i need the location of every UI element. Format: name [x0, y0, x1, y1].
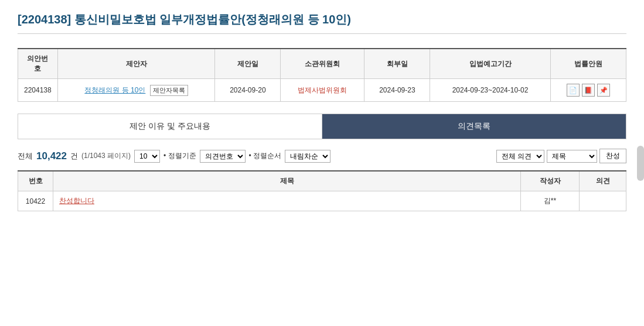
col-header-notice-period: 입법예고기간: [430, 49, 550, 79]
col-header-referral-date: 회부일: [364, 49, 430, 79]
unit-label: 건: [70, 151, 78, 162]
right-filters: 전체 의견 찬성 반대 의견없음 제목 내용 제목+내용 찬성: [496, 149, 626, 163]
committee-cell[interactable]: 법제사법위원회: [281, 79, 364, 102]
col-header-bill-original: 법률안원: [550, 49, 626, 79]
row-author: 김**: [521, 191, 580, 211]
bill-original-cell: 📄 📕 📌: [550, 79, 626, 102]
proposal-date-cell: 2024-09-20: [215, 79, 281, 102]
col-header-bill-number: 의안번호: [18, 49, 58, 79]
table-row: 10422 찬성합니다 김**: [18, 191, 626, 211]
tab-opinion-list[interactable]: 의견목록: [322, 114, 626, 139]
bill-pdf-icon[interactable]: 📕: [582, 84, 595, 97]
page-info: (1/1043 페이지): [81, 151, 131, 161]
per-page-select[interactable]: 10 20 30 50: [134, 150, 160, 163]
bill-number-cell: 2204138: [18, 79, 58, 102]
row-number: 10422: [18, 191, 53, 211]
col-header-committee: 소관위원회: [281, 49, 364, 79]
info-table-row: 2204138 정청래의원 등 10인 제안자목록 2024-09-20 법제사…: [18, 79, 626, 102]
col-header-author: 작성자: [521, 171, 580, 191]
page-title: [2204138] 통신비밀보호법 일부개정법률안(정청래의원 등 10인): [18, 12, 626, 34]
filter-row: 전체 10,422 건 (1/1043 페이지) 10 20 30 50 • 정…: [18, 149, 626, 163]
row-title[interactable]: 찬성합니다: [53, 191, 521, 211]
sort-order-select[interactable]: 내림차순 오름차순: [285, 150, 330, 163]
col-header-opinion: 의견: [580, 171, 626, 191]
scrollbar[interactable]: [637, 146, 644, 181]
search-type-select[interactable]: 제목 내용 제목+내용: [547, 150, 597, 163]
info-table: 의안번호 제안자 제안일 소관위원회 회부일 입법예고기간 법률안원 22041…: [18, 48, 626, 102]
sort-basis-select[interactable]: 의견번호 작성일: [200, 150, 246, 163]
col-header-proposal-date: 제안일: [215, 49, 281, 79]
row-opinion: [580, 191, 626, 211]
sort-order-label: • 정렬순서: [249, 151, 282, 161]
proposer-cell: 정청래의원 등 10인 제안자목록: [57, 79, 215, 102]
col-header-proposer: 제안자: [57, 49, 215, 79]
page-wrapper: [2204138] 통신비밀보호법 일부개정법률안(정청래의원 등 10인) 의…: [0, 0, 644, 223]
total-count: 10,422: [36, 150, 67, 162]
search-button[interactable]: 찬성: [599, 149, 626, 163]
col-header-number: 번호: [18, 171, 53, 191]
notice-period-cell: 2024-09-23~2024-10-02: [430, 79, 550, 102]
col-header-title: 제목: [53, 171, 521, 191]
sort-basis-label: • 정렬기준: [163, 151, 196, 161]
tab-container: 제안 이유 및 주요내용 의견목록: [18, 114, 626, 139]
referral-date-cell: 2024-09-23: [364, 79, 430, 102]
proposer-link[interactable]: 정청래의원 등 10인: [84, 86, 145, 94]
proposer-badge-btn[interactable]: 제안자목록: [150, 85, 188, 96]
bill-doc-icon[interactable]: 📄: [567, 84, 580, 97]
opinion-filter-select[interactable]: 전체 의견 찬성 반대 의견없음: [496, 150, 544, 163]
total-label: 전체: [18, 151, 33, 162]
opinion-table: 번호 제목 작성자 의견 10422 찬성합니다 김**: [18, 170, 626, 211]
bill-extra-icon[interactable]: 📌: [597, 84, 610, 97]
tab-proposal-reason[interactable]: 제안 이유 및 주요내용: [18, 114, 322, 139]
